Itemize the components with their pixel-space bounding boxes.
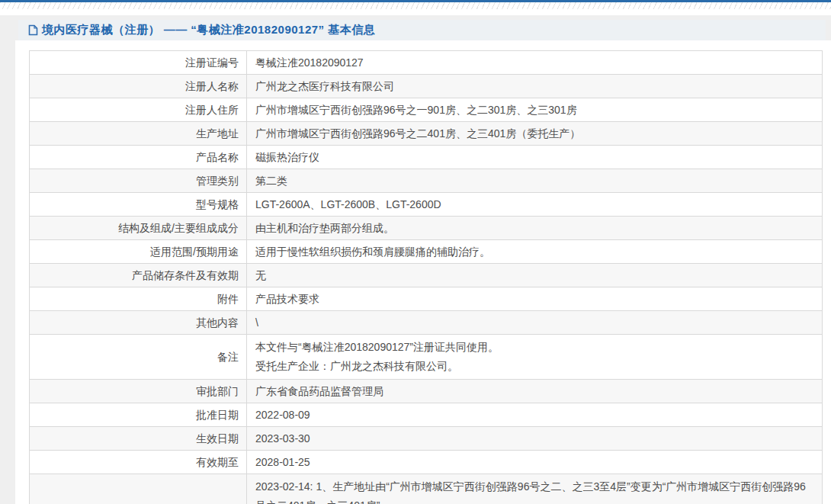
row-value: 2023-03-30: [247, 427, 823, 451]
hatch-pattern-band: [0, 2, 831, 9]
row-label: [30, 474, 247, 504]
row-value: 广东省食品药品监督管理局: [247, 380, 823, 403]
row-value: 产品技术要求: [247, 287, 823, 311]
row-label: 管理类别: [30, 169, 247, 193]
row-value: 2022-08-09: [247, 403, 823, 427]
row-label: 附件: [30, 287, 247, 311]
row-label: 注册人住所: [30, 98, 247, 122]
row-label: 备注: [30, 335, 247, 380]
row-value: 适用于慢性软组织损伤和颈肩腰腿痛的辅助治疗。: [247, 240, 823, 264]
table-row-change-record: 2023-02-14: 1、生产地址由“广州市增城区宁西街创强路96号之二、之三…: [30, 474, 823, 504]
row-value: 广州龙之杰医疗科技有限公司: [247, 75, 823, 98]
table-row: 有效期至 2028-01-25: [30, 451, 823, 474]
row-label: 产品名称: [30, 146, 247, 169]
table-row: 型号规格 LGT-2600A、LGT-2600B、LGT-2600D: [30, 193, 823, 217]
row-value: 2028-01-25: [247, 451, 823, 474]
row-value: \: [247, 311, 823, 335]
row-value: 广州市增城区宁西街创强路96号之二401房、之三401房（委托生产）: [247, 122, 823, 146]
row-label: 批准日期: [30, 403, 247, 427]
row-value: 粤械注准20182090127: [247, 51, 823, 75]
table-row: 注册人名称 广州龙之杰医疗科技有限公司: [30, 75, 823, 98]
section-header-bar: 境内医疗器械（注册） —— “粤械注准20182090127” 基本信息: [18, 20, 826, 40]
row-label: 生产地址: [30, 122, 247, 146]
row-label: 注册证编号: [30, 51, 247, 75]
top-decorative-strip: [0, 0, 831, 15]
table-row: 生效日期 2023-03-30: [30, 427, 823, 451]
document-icon: [28, 24, 38, 36]
table-row-remark: 备注 本文件与“粤械注准20182090127”注册证共同使用。 受托生产企业：…: [30, 335, 823, 380]
row-label: 注册人名称: [30, 75, 247, 98]
row-value: 广州市增城区宁西街创强路96号之一901房、之二301房、之三301房: [247, 98, 823, 122]
row-value: 2023-02-14: 1、生产地址由“广州市增城区宁西街创强路96号之二、之三…: [247, 474, 823, 504]
table-row: 其他内容 \: [30, 311, 823, 335]
table-row: 审批部门 广东省食品药品监督管理局: [30, 380, 823, 403]
row-label: 生效日期: [30, 427, 247, 451]
page-title: 境内医疗器械（注册） —— “粤械注准20182090127” 基本信息: [42, 23, 375, 37]
row-label: 适用范围/预期用途: [30, 240, 247, 264]
row-value: LGT-2600A、LGT-2600B、LGT-2600D: [247, 193, 823, 217]
row-label: 审批部门: [30, 380, 247, 403]
table-row: 注册证编号 粤械注准20182090127: [30, 51, 823, 75]
table-row: 生产地址 广州市增城区宁西街创强路96号之二401房、之三401房（委托生产）: [30, 122, 823, 146]
row-value: 无: [247, 264, 823, 287]
row-label: 结构及组成/主要组成成分: [30, 217, 247, 240]
row-value: 本文件与“粤械注准20182090127”注册证共同使用。 受托生产企业：广州龙…: [247, 335, 823, 380]
content-panel: 注册证编号 粤械注准20182090127 注册人名称 广州龙之杰医疗科技有限公…: [15, 40, 831, 504]
table-row: 产品名称 磁振热治疗仪: [30, 146, 823, 169]
table-row: 适用范围/预期用途 适用于慢性软组织损伤和颈肩腰腿痛的辅助治疗。: [30, 240, 823, 264]
table-row: 附件 产品技术要求: [30, 287, 823, 311]
table-row: 注册人住所 广州市增城区宁西街创强路96号之一901房、之二301房、之三301…: [30, 98, 823, 122]
row-value: 磁振热治疗仪: [247, 146, 823, 169]
table-row: 产品储存条件及有效期 无: [30, 264, 823, 287]
row-value: 第二类: [247, 169, 823, 193]
table-row: 批准日期 2022-08-09: [30, 403, 823, 427]
row-label: 有效期至: [30, 451, 247, 474]
table-row: 管理类别 第二类: [30, 169, 823, 193]
row-label: 型号规格: [30, 193, 247, 217]
row-label: 其他内容: [30, 311, 247, 335]
row-label: 产品储存条件及有效期: [30, 264, 247, 287]
registration-info-table: 注册证编号 粤械注准20182090127 注册人名称 广州龙之杰医疗科技有限公…: [29, 50, 823, 504]
row-value: 由主机和治疗垫两部分组成。: [247, 217, 823, 240]
table-row: 结构及组成/主要组成成分 由主机和治疗垫两部分组成。: [30, 217, 823, 240]
